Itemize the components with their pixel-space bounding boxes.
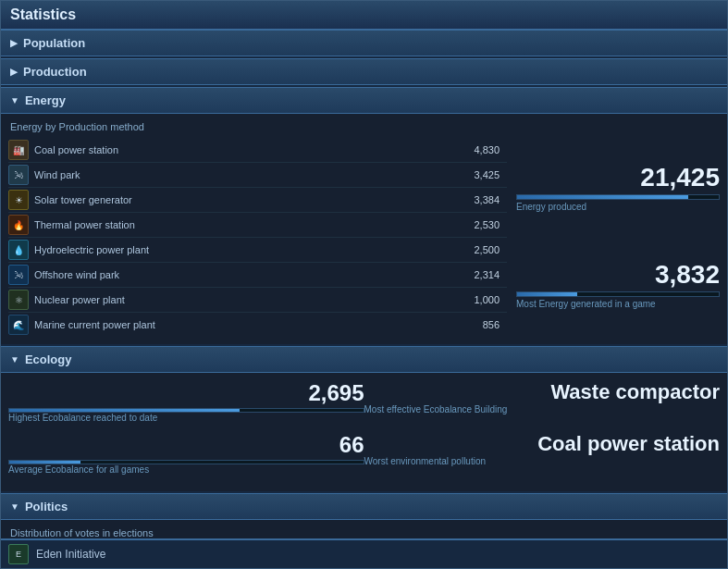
energy-row-solar: ☀ Solar tower generator 3,384 [8,188,507,213]
wind-icon: 🌬 [8,165,29,185]
offshore-name: Offshore wind park [34,269,453,280]
energy-total-bar-fill [517,195,688,199]
bottom-bar: E Eden Initiative [1,538,727,568]
ecology-content: 2,695 Highest Ecobalance reached to date… [1,373,727,491]
ecology-right-2: Coal power station Worst environmental p… [364,432,721,466]
eco-label-2: Average Ecobalance for all games [8,464,364,475]
offshore-icon: 🌬 [8,265,29,285]
solar-value: 3,384 [453,194,500,205]
energy-row-nuclear: ⚛ Nuclear power plant 1,000 [8,288,507,313]
population-section: ▶ Population [1,30,727,56]
energy-row-thermal: 🔥 Thermal power station 2,530 [8,213,507,238]
energy-total-bar [516,194,720,200]
hydro-icon: 💧 [8,240,29,260]
energy-row-wind: 🌬 Wind park 3,425 [8,163,507,188]
offshore-value: 2,314 [453,269,500,280]
politics-content: Distribution of votes in elections S S.A… [1,520,727,538]
ecology-row-1: 2,695 Highest Ecobalance reached to date… [8,380,720,423]
ecology-row-2: 66 Average Ecobalance for all games Coal… [8,432,720,475]
energy-layout: 🏭 Coal power station 4,830 🌬 Wind park 3… [8,138,720,337]
production-section: ▶ Production [1,58,727,85]
population-label: Population [23,36,85,50]
wind-name: Wind park [34,169,453,180]
thermal-name: Thermal power station [34,219,453,230]
politics-header[interactable]: ▼ Politics [1,493,727,520]
hydro-name: Hydroelectric power plant [34,244,453,255]
energy-arrow: ▼ [10,95,19,105]
marine-value: 856 [453,319,500,330]
eco-number-1: 2,695 [8,380,364,406]
ecology-header[interactable]: ▼ Ecology [1,346,727,373]
marine-name: Marine current power plant [34,319,453,330]
ecology-label: Ecology [25,353,72,366]
window-title: Statistics [10,6,76,22]
eco-bar-fill-2 [9,461,80,464]
thermal-value: 2,530 [453,219,500,230]
politics-subsection-title: Distribution of votes in elections [8,527,720,538]
energy-row-marine: 🌊 Marine current power plant 856 [8,313,507,337]
energy-row-offshore: 🌬 Offshore wind park 2,314 [8,263,507,288]
solar-icon: ☀ [8,190,29,210]
ecology-left-1: 2,695 Highest Ecobalance reached to date [8,380,364,423]
coal-icon: 🏭 [8,140,29,160]
eco-building-1: Waste compactor [364,380,721,404]
energy-row-coal: 🏭 Coal power station 4,830 [8,138,507,163]
eco-bar-fill-1 [9,409,240,412]
production-header[interactable]: ▶ Production [1,58,727,85]
eco-building-label-2: Worst environmental pollution [364,456,721,466]
energy-total-number: 21,425 [516,163,720,192]
population-arrow: ▶ [10,38,18,48]
energy-label: Energy [25,93,66,107]
production-label: Production [23,65,87,79]
thermal-icon: 🔥 [8,215,29,235]
energy-section: ▼ Energy Energy by Production method 🏭 C… [1,87,727,344]
energy-stats: 21,425 Energy produced 3,832 Most Ener [516,138,720,337]
energy-most-block: 3,832 Most Energy generated in a game [516,260,720,309]
solar-name: Solar tower generator [34,194,453,205]
nuclear-icon: ⚛ [8,290,29,310]
energy-subsection-title: Energy by Production method [8,121,720,132]
energy-list: 🏭 Coal power station 4,830 🌬 Wind park 3… [8,138,507,337]
ecology-arrow: ▼ [10,354,19,365]
energy-content: Energy by Production method 🏭 Coal power… [1,114,727,344]
scroll-area[interactable]: ▶ Population ▶ Production ▼ Energy Energ… [1,30,727,538]
politics-label: Politics [25,500,68,513]
politics-arrow: ▼ [10,501,19,512]
bottom-faction-name: Eden Initiative [36,548,105,561]
energy-most-label: Most Energy generated in a game [516,299,720,309]
eco-number-2: 66 [8,432,364,458]
energy-most-bar [516,291,720,297]
ecology-right-1: Waste compactor Most effective Ecobalanc… [364,380,721,414]
title-bar: Statistics [1,1,727,30]
eco-label-1: Highest Ecobalance reached to date [8,413,364,423]
energy-header[interactable]: ▼ Energy [1,87,727,114]
ecology-section: ▼ Ecology 2,695 Highest Ecobalance reach… [1,346,727,491]
energy-total-block: 21,425 Energy produced [516,163,720,212]
energy-row-hydro: 💧 Hydroelectric power plant 2,500 [8,238,507,263]
production-arrow: ▶ [10,67,18,77]
population-header[interactable]: ▶ Population [1,30,727,56]
wind-value: 3,425 [453,169,500,180]
eco-building-2: Coal power station [364,432,721,456]
coal-name: Coal power station [34,144,453,155]
nuclear-value: 1,000 [453,294,500,305]
hydro-value: 2,500 [453,244,500,255]
energy-most-bar-fill [517,292,577,296]
main-window: Statistics ▶ Population ▶ Production ▼ E… [0,0,728,569]
nuclear-name: Nuclear power plant [34,294,453,305]
energy-most-number: 3,832 [516,260,720,290]
marine-icon: 🌊 [8,315,29,335]
coal-value: 4,830 [453,144,500,155]
ecology-left-2: 66 Average Ecobalance for all games [8,432,364,475]
bottom-faction-icon: E [8,544,29,564]
eco-building-label-1: Most effective Ecobalance Building [364,404,721,414]
energy-total-label: Energy produced [516,202,720,212]
politics-section: ▼ Politics Distribution of votes in elec… [1,493,727,538]
